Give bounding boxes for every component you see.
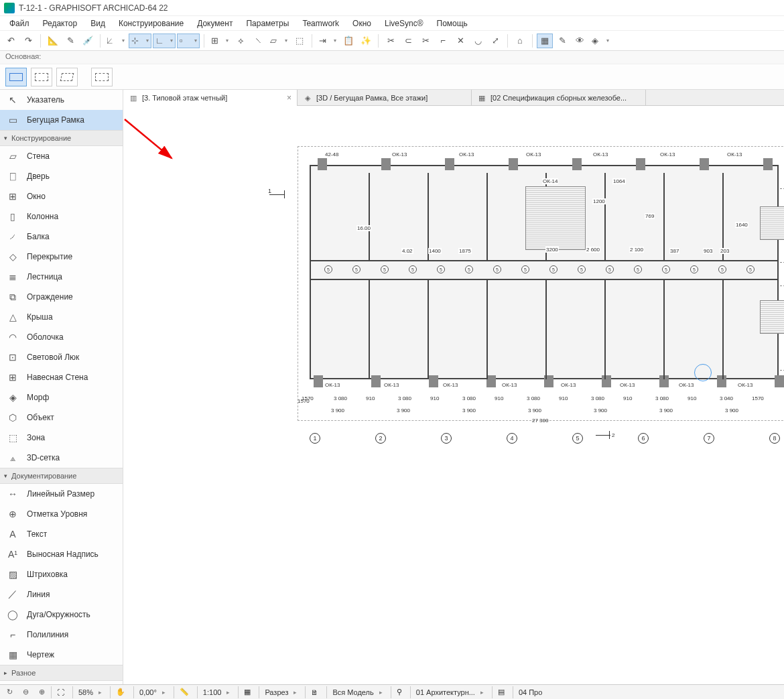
- resize-button[interactable]: ⤢: [487, 34, 503, 48]
- wall-icon: ▱: [5, 150, 20, 162]
- snap-toggle[interactable]: ⟡: [233, 34, 249, 48]
- measure-button[interactable]: 📐: [45, 34, 61, 48]
- info-header: Основная:: [0, 51, 784, 64]
- tool-drawing[interactable]: ▦Чертеж: [0, 645, 123, 665]
- sb-refresh-icon[interactable]: ↻: [3, 686, 16, 698]
- drafting-button[interactable]: ✎: [554, 34, 570, 48]
- view-field[interactable]: 04 Про: [513, 686, 547, 698]
- sb-zoom-out-icon[interactable]: ⊖: [19, 686, 32, 698]
- status-bar: ↻ ⊖ ⊕ ⛶ 58% ✋ 0,00° 📏 1:100 ▦ Разрез 🗎 В…: [0, 684, 784, 699]
- adjust-button[interactable]: ⌐: [435, 34, 451, 48]
- multiply-button[interactable]: 📋: [340, 34, 356, 48]
- tool-object[interactable]: ⬡Объект: [0, 407, 123, 428]
- tool-wall[interactable]: ▱Стена: [0, 146, 123, 166]
- plane-dropdown[interactable]: ▱: [267, 34, 290, 48]
- tool-text[interactable]: AТекст: [0, 524, 123, 544]
- angle-field[interactable]: 0,00°: [133, 686, 171, 698]
- tool-stair[interactable]: ≣Лестница: [0, 267, 123, 287]
- zoom-level[interactable]: 58%: [72, 686, 107, 698]
- fillet-button[interactable]: ◡: [470, 34, 486, 48]
- layer-field[interactable]: 01 Архитектурн...: [410, 686, 489, 698]
- snap-dropdown[interactable]: ⊹: [129, 34, 151, 48]
- tool-line[interactable]: ／Линия: [0, 584, 123, 605]
- axis-6: 6: [638, 433, 649, 444]
- sb-zoom-fit-icon[interactable]: ⛶: [51, 686, 70, 698]
- menu-редактор[interactable]: Редактор: [36, 17, 84, 29]
- offset-dropdown[interactable]: ⇥: [316, 34, 339, 48]
- sb-anchor-icon[interactable]: ⚲: [391, 686, 407, 698]
- trace-button[interactable]: ▦: [537, 34, 553, 48]
- grid-dropdown[interactable]: ⊞: [208, 34, 231, 48]
- guide-button[interactable]: ⟍: [250, 34, 266, 48]
- scale-field[interactable]: 1:100: [197, 686, 236, 698]
- home-button[interactable]: ⌂: [512, 34, 528, 48]
- section-construct[interactable]: Конструирование: [0, 130, 123, 146]
- tab[interactable]: ◈[3D / Бегущая Рамка, Все этажи]: [298, 90, 472, 106]
- tool-roof[interactable]: △Крыша: [0, 307, 123, 327]
- split-button[interactable]: ✂: [417, 34, 434, 48]
- menu-teamwork[interactable]: Teamwork: [296, 17, 346, 29]
- menu-конструирование[interactable]: Конструирование: [112, 17, 190, 29]
- redo-button[interactable]: ↷: [20, 34, 36, 48]
- tool-level[interactable]: ⊕Отметка Уровня: [0, 504, 123, 524]
- ruler-dropdown[interactable]: ⟀: [105, 34, 127, 48]
- tool-curtain[interactable]: ⊞Навесная Стена: [0, 367, 123, 387]
- section-field[interactable]: Разрез: [259, 686, 302, 698]
- tool-skylight[interactable]: ⊡Световой Люк: [0, 347, 123, 367]
- close-icon[interactable]: ×: [287, 93, 291, 103]
- sb-model-icon[interactable]: 🗎: [305, 686, 324, 698]
- tool-hatch[interactable]: ▨Штриховка: [0, 564, 123, 584]
- menu-вид[interactable]: Вид: [84, 17, 112, 29]
- suspend-button[interactable]: ✂: [383, 34, 399, 48]
- intersect-button[interactable]: ✕: [452, 34, 468, 48]
- marquee-poly[interactable]: [56, 68, 78, 86]
- show-button[interactable]: 👁: [572, 34, 588, 48]
- menu-документ[interactable]: Документ: [190, 17, 239, 29]
- tool-shell[interactable]: ◠Оболочка: [0, 327, 123, 347]
- menu-помощь[interactable]: Помощь: [430, 17, 474, 29]
- sb-view-icon[interactable]: ▤: [492, 686, 510, 698]
- trim-button[interactable]: ⊂: [400, 34, 416, 48]
- tool-slab[interactable]: ◇Перекрытие: [0, 247, 123, 267]
- marquee-mode[interactable]: [91, 68, 113, 86]
- menu-окно[interactable]: Окно: [346, 17, 378, 29]
- syringe-button[interactable]: 💉: [80, 34, 96, 48]
- tool-dim[interactable]: ↔Линейный Размер: [0, 484, 123, 504]
- tool-marquee[interactable]: ▭Бегущая Рамка: [0, 110, 123, 130]
- tool-morph[interactable]: ◈Морф: [0, 387, 123, 407]
- tool-beam[interactable]: ⟋Балка: [0, 227, 123, 247]
- tool-zone[interactable]: ⬚Зона: [0, 428, 123, 448]
- tool-arc[interactable]: ◯Дуга/Окружность: [0, 605, 123, 625]
- sb-display-icon[interactable]: ▦: [238, 686, 256, 698]
- sb-zoom-in-icon[interactable]: ⊕: [35, 686, 48, 698]
- tool-label[interactable]: A¹Выносная Надпись: [0, 544, 123, 564]
- tool-mesh[interactable]: ⟁3D-сетка: [0, 448, 123, 468]
- section-misc[interactable]: Разное: [0, 665, 123, 681]
- eyedropper-button[interactable]: ✎: [62, 34, 78, 48]
- marquee-rect-active[interactable]: [5, 68, 27, 86]
- tool-window[interactable]: ⊞Окно: [0, 186, 123, 206]
- tool-column[interactable]: ▯Колонна: [0, 206, 123, 227]
- snap2-dropdown[interactable]: ∟: [153, 34, 176, 48]
- undo-button[interactable]: ↶: [3, 34, 19, 48]
- sb-pan-icon[interactable]: ✋: [110, 686, 131, 698]
- tab[interactable]: ▥[3. Типовой этаж четный]×: [123, 90, 298, 106]
- tool-pointer[interactable]: ↖Указатель: [0, 90, 123, 110]
- tool-railing[interactable]: ⧉Ограждение: [0, 287, 123, 307]
- marquee-rect-dashed[interactable]: [31, 68, 52, 86]
- magic-wand-button[interactable]: ✨: [358, 34, 374, 48]
- tab[interactable]: ▦[02 Спецификация сборных железобе...: [472, 90, 646, 106]
- tool-door[interactable]: ⎕Дверь: [0, 166, 123, 186]
- drawing-canvas[interactable]: 42-48ОК-13ОК-13ОК-13ОК-13ОК-13ОК-13 ОК-1…: [123, 106, 784, 684]
- snap3-dropdown[interactable]: ▫: [177, 34, 200, 48]
- section-doc[interactable]: Документирование: [0, 468, 123, 484]
- menu-livesync®[interactable]: LiveSync®: [378, 17, 430, 29]
- menu-параметры[interactable]: Параметры: [239, 17, 296, 29]
- model-field[interactable]: Вся Модель: [326, 686, 387, 698]
- render-dropdown[interactable]: ◈: [589, 34, 612, 48]
- roof-icon: △: [5, 311, 20, 323]
- tool-polyline[interactable]: ⌐Полилиния: [0, 625, 123, 645]
- menu-файл[interactable]: Файл: [3, 17, 36, 29]
- gravity-button[interactable]: ⬚: [291, 34, 308, 48]
- axis-5: 5: [572, 433, 583, 444]
